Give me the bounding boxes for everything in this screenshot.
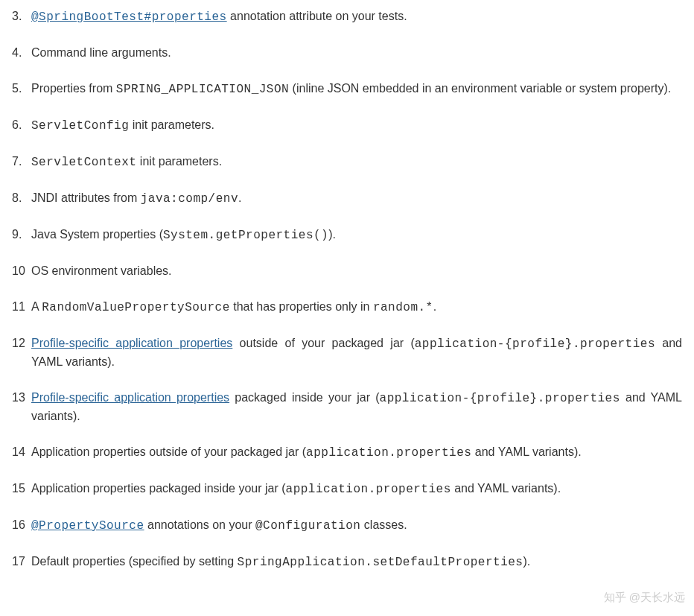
- text-span: and YAML variants).: [471, 445, 581, 458]
- list-item: Application properties packaged inside y…: [12, 480, 682, 498]
- list-item: A RandomValuePropertySource that has pro…: [12, 298, 682, 317]
- text-span: Default properties (specified by setting: [31, 555, 238, 568]
- list-item: Command line arguments.: [12, 44, 682, 62]
- text-span: Command line arguments.: [31, 46, 171, 59]
- text-span: Application properties packaged inside y…: [31, 482, 286, 495]
- code-span: java:comp/env: [141, 192, 238, 206]
- code-span: RandomValuePropertySource: [42, 301, 230, 314]
- code-span: ServletContext: [31, 156, 136, 169]
- doc-link[interactable]: @PropertySource: [31, 518, 144, 531]
- code-span: ServletConfig: [31, 119, 129, 133]
- code-span: application-{profile}.properties: [380, 392, 620, 405]
- text-span: outside of your packaged jar (: [232, 337, 414, 349]
- list-item: Properties from SPRING_APPLICATION_JSON …: [12, 80, 682, 98]
- list-item: Application properties outside of your p…: [12, 443, 682, 462]
- text-span: .: [238, 191, 241, 204]
- text-span: init parameters.: [129, 118, 214, 131]
- code-span: @PropertySource: [31, 519, 144, 533]
- text-span: .: [433, 300, 436, 313]
- list-item: Default properties (specified by setting…: [12, 553, 682, 571]
- code-span: application.properties: [306, 446, 471, 460]
- text-span: ).: [523, 555, 530, 568]
- text-span: JNDI attributes from: [31, 191, 141, 204]
- doc-link[interactable]: Profile-specific application properties: [31, 337, 232, 349]
- code-span: application-{profile}.properties: [415, 337, 655, 351]
- doc-link[interactable]: Profile-specific application properties: [31, 391, 229, 404]
- text-span: Application properties outside of your p…: [31, 445, 306, 458]
- text-span: Java System properties (: [31, 228, 163, 241]
- code-span: application.properties: [286, 483, 451, 496]
- code-span: System.getProperties(): [163, 229, 328, 242]
- list-item: Java System properties (System.getProper…: [12, 226, 682, 244]
- text-span: Properties from: [31, 82, 116, 95]
- code-span: @Configuration: [255, 519, 360, 533]
- list-item: Profile-specific application properties …: [12, 389, 682, 425]
- text-span: (inline JSON embedded in an environment …: [289, 82, 671, 95]
- code-span: @SpringBootTest#properties: [31, 10, 227, 24]
- text-span: ).: [328, 228, 336, 241]
- text-span: OS environment variables.: [31, 264, 172, 277]
- watermark: 知乎 @天长水远: [604, 589, 685, 597]
- text-span: that has properties only in: [230, 300, 373, 313]
- text-span: A: [31, 300, 42, 313]
- ordered-list: @SpringBootTest#properties annotation at…: [12, 7, 682, 571]
- text-span: annotation attribute on your tests.: [227, 10, 407, 22]
- doc-link[interactable]: @SpringBootTest#properties: [31, 10, 227, 22]
- text-span: init parameters.: [136, 155, 222, 168]
- text-span: annotations on your: [144, 518, 255, 531]
- list-item: OS environment variables.: [12, 262, 682, 280]
- list-item: ServletContext init parameters.: [12, 153, 682, 171]
- list-item: @PropertySource annotations on your @Con…: [12, 516, 682, 535]
- text-span: and YAML variants).: [451, 482, 561, 495]
- list-item: JNDI attributes from java:comp/env.: [12, 189, 682, 208]
- text-span: classes.: [360, 518, 407, 531]
- text-span: packaged inside your jar (: [229, 391, 379, 404]
- list-item: @SpringBootTest#properties annotation at…: [12, 7, 682, 26]
- code-span: SPRING_APPLICATION_JSON: [116, 83, 289, 96]
- code-span: SpringApplication.setDefaultProperties: [238, 556, 523, 569]
- list-item: Profile-specific application properties …: [12, 334, 682, 371]
- list-item: ServletConfig init parameters.: [12, 116, 682, 135]
- code-span: random.*: [373, 301, 433, 314]
